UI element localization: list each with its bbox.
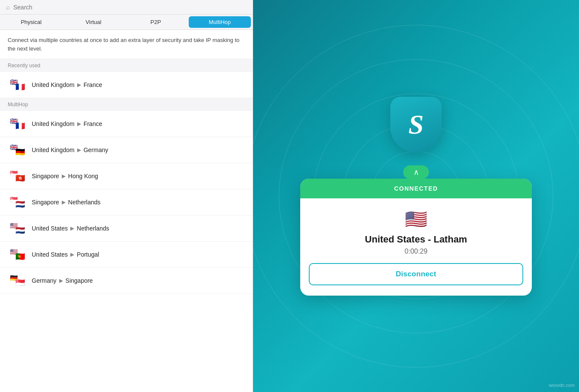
tab-bar: Physical Virtual P2P MultiHop	[0, 15, 253, 30]
multihop-description: Connect via multiple countries at once t…	[0, 30, 253, 59]
from-country: Germany	[32, 277, 57, 284]
flag-container: 🇸🇬 🇳🇱	[8, 195, 27, 209]
arrow-icon: ▶	[77, 147, 81, 153]
to-country: Singapore	[66, 277, 93, 284]
tab-multihop[interactable]: MultiHop	[189, 16, 251, 28]
to-country: Portugal	[77, 251, 99, 258]
connected-header: CONNECTED	[300, 179, 532, 198]
tab-virtual[interactable]: Virtual	[62, 15, 124, 30]
from-country: United Kingdom	[32, 81, 75, 88]
route-text: Singapore ▶ Netherlands	[32, 199, 100, 206]
connected-status: CONNECTED	[394, 185, 438, 192]
from-country: United States	[32, 225, 68, 232]
app-logo: S	[390, 97, 442, 153]
arrow-icon: ▶	[70, 225, 74, 231]
route-text: United Kingdom ▶ France	[32, 120, 102, 127]
list-item[interactable]: 🇩🇪 🇸🇬 Germany ▶ Singapore	[0, 268, 253, 294]
connection-timer: 0:00:29	[404, 248, 427, 255]
route-text: United States ▶ Portugal	[32, 251, 99, 258]
route-text: United Kingdom ▶ Germany	[32, 147, 108, 153]
flag-main: 🇫🇷	[14, 121, 27, 131]
expand-button[interactable]: ∧	[403, 165, 429, 179]
search-input[interactable]	[13, 4, 247, 11]
arrow-icon: ▶	[59, 278, 63, 284]
route-text: Singapore ▶ Hong Kong	[32, 173, 98, 180]
tab-physical[interactable]: Physical	[0, 15, 62, 30]
flag-container: 🇬🇧 🇩🇪	[8, 143, 27, 157]
flag-main: 🇩🇪	[14, 147, 27, 157]
arrow-icon: ▶	[77, 82, 81, 88]
flag-main: 🇫🇷	[14, 82, 27, 92]
to-country: Hong Kong	[68, 173, 98, 180]
tab-p2p[interactable]: P2P	[125, 15, 187, 30]
list-item[interactable]: 🇺🇸 🇵🇹 United States ▶ Portugal	[0, 242, 253, 268]
chevron-up-icon: ∧	[413, 168, 419, 176]
flag-container: 🇸🇬 🇭🇰	[8, 169, 27, 183]
route-text: United Kingdom ▶ France	[32, 81, 102, 88]
connected-flag: 🇺🇸	[405, 209, 427, 230]
list-item[interactable]: 🇺🇸 🇳🇱 United States ▶ Netherlands	[0, 215, 253, 242]
connected-body: 🇺🇸 United States - Latham 0:00:29 Discon…	[300, 198, 532, 296]
section-multihop: MultiHop	[0, 98, 253, 111]
to-country: Germany	[84, 147, 109, 153]
list-item[interactable]: 🇸🇬 🇳🇱 Singapore ▶ Netherlands	[0, 189, 253, 215]
from-country: Singapore	[32, 199, 59, 206]
section-recently-used: Recently used	[0, 59, 253, 72]
flag-container: 🇬🇧 🇫🇷	[8, 117, 27, 131]
search-icon: ⌕	[6, 3, 10, 11]
search-bar: ⌕	[0, 0, 253, 15]
to-country: France	[84, 81, 103, 88]
watermark: wsxvdn.com	[549, 383, 575, 388]
connected-card: CONNECTED 🇺🇸 United States - Latham 0:00…	[300, 179, 532, 296]
flag-container: 🇩🇪 🇸🇬	[8, 274, 27, 287]
list-item[interactable]: 🇸🇬 🇭🇰 Singapore ▶ Hong Kong	[0, 163, 253, 189]
to-country: Netherlands	[68, 199, 101, 206]
flag-container: 🇺🇸 🇵🇹	[8, 248, 27, 261]
to-country: Netherlands	[77, 225, 109, 232]
disconnect-button[interactable]: Disconnect	[309, 263, 523, 285]
right-panel: S ∧ CONNECTED 🇺🇸 United States - Latham …	[253, 0, 579, 392]
from-country: Singapore	[32, 173, 59, 180]
arrow-icon: ▶	[62, 173, 66, 179]
to-country: France	[84, 120, 103, 127]
from-country: United Kingdom	[32, 147, 75, 153]
from-country: United States	[32, 251, 68, 258]
arrow-icon: ▶	[77, 121, 81, 127]
flag-main: 🇳🇱	[14, 200, 27, 209]
flag-main: 🇳🇱	[14, 226, 27, 235]
route-text: United States ▶ Netherlands	[32, 225, 109, 232]
logo-letter: S	[408, 109, 424, 141]
list-item[interactable]: 🇬🇧 🇫🇷 United Kingdom ▶ France	[0, 72, 253, 98]
flag-main: 🇵🇹	[14, 252, 27, 261]
flag-main: 🇭🇰	[14, 174, 27, 183]
from-country: United Kingdom	[32, 120, 75, 127]
list-item[interactable]: 🇬🇧 🇫🇷 United Kingdom ▶ France	[0, 111, 253, 137]
connected-country: United States - Latham	[365, 234, 467, 245]
center-content: S ∧ CONNECTED 🇺🇸 United States - Latham …	[253, 97, 579, 296]
flag-main: 🇸🇬	[14, 278, 27, 287]
left-panel: ⌕ Physical Virtual P2P MultiHop Connect …	[0, 0, 253, 392]
route-text: Germany ▶ Singapore	[32, 277, 93, 284]
flag-container: 🇬🇧 🇫🇷	[8, 78, 27, 92]
arrow-icon: ▶	[62, 199, 66, 205]
server-list: Recently used 🇬🇧 🇫🇷 United Kingdom ▶ Fra…	[0, 59, 253, 392]
list-item[interactable]: 🇬🇧 🇩🇪 United Kingdom ▶ Germany	[0, 137, 253, 163]
flag-container: 🇺🇸 🇳🇱	[8, 221, 27, 235]
arrow-icon: ▶	[70, 251, 74, 257]
